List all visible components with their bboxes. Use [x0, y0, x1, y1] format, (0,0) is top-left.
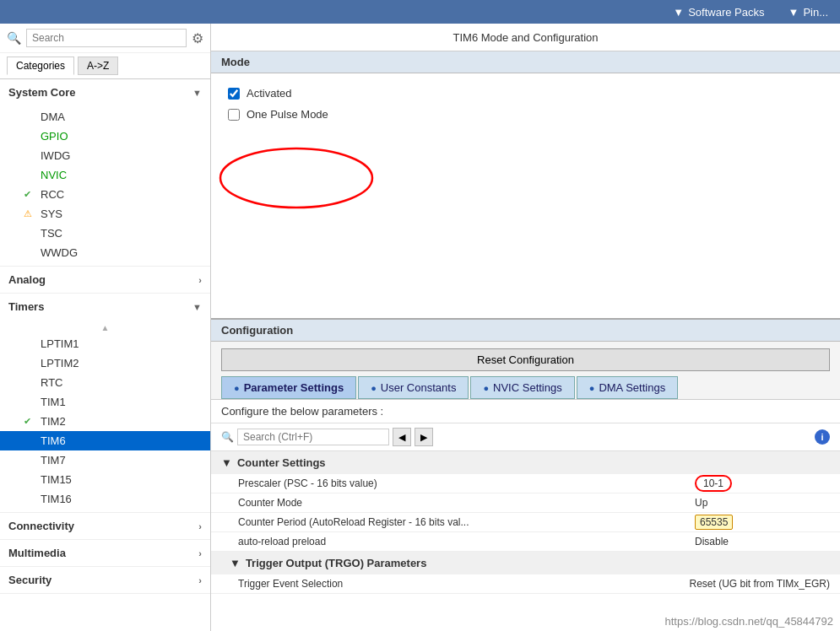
- chevron-right-icon: ›: [198, 521, 202, 531]
- pinout-btn[interactable]: ▼ Pin...: [777, 0, 841, 24]
- sidebar-item-gpio[interactable]: GPIO: [0, 127, 210, 146]
- one-pulse-row: One Pulse Mode: [228, 108, 823, 121]
- mode-section-label: Mode: [221, 56, 250, 68]
- section-security: Security ›: [0, 567, 210, 594]
- search-icon: 🔍: [7, 31, 21, 45]
- table-row: Counter Period (AutoReload Register - 16…: [211, 513, 840, 532]
- section-multimedia: Multimedia ›: [0, 540, 210, 567]
- sidebar-item-iwdg[interactable]: IWDG: [0, 146, 210, 165]
- table-row: auto-reload preload Disable: [211, 532, 840, 552]
- counter-settings-header: ▼ Counter Settings: [211, 451, 840, 474]
- watermark: https://blog.csdn.net/qq_45844792: [665, 615, 834, 628]
- one-pulse-label: One Pulse Mode: [247, 108, 328, 121]
- nav-prev-button[interactable]: ◀: [393, 428, 411, 446]
- sidebar-item-tim6[interactable]: TIM6: [0, 431, 210, 450]
- sidebar-item-dma[interactable]: DMA: [0, 107, 210, 127]
- chevron-down-icon: ▼: [673, 6, 684, 19]
- chevron-down-icon: ▼: [789, 6, 799, 19]
- section-analog-header[interactable]: Analog ›: [0, 267, 210, 293]
- annotation-oval: [216, 143, 377, 210]
- sidebar-item-tim7[interactable]: TIM7: [0, 450, 210, 470]
- chevron-down-icon: ▼: [230, 557, 241, 569]
- software-packs-btn[interactable]: ▼ Software Packs: [661, 0, 776, 24]
- sidebar-search-input[interactable]: [26, 29, 187, 47]
- section-timers-label: Timers: [8, 300, 44, 313]
- section-connectivity: Connectivity ›: [0, 513, 210, 540]
- chevron-down-icon: ▼: [221, 456, 232, 469]
- gear-icon[interactable]: ⚙: [192, 30, 203, 46]
- sidebar-item-tim2[interactable]: ✔ TIM2: [0, 412, 210, 431]
- prescaler-value: 10-1: [695, 475, 732, 492]
- tab-dma-settings[interactable]: ● DMA Settings: [577, 376, 678, 399]
- sidebar-item-rtc[interactable]: RTC: [0, 373, 210, 392]
- activated-label: Activated: [247, 87, 291, 100]
- system-core-items: DMA GPIO IWDG NVIC ✔ RCC: [0, 105, 210, 266]
- sidebar-item-tim15[interactable]: TIM15: [0, 470, 210, 489]
- sidebar-tabs: Categories A->Z: [0, 53, 210, 79]
- reset-configuration-button[interactable]: Reset Configuration: [221, 348, 830, 371]
- config-tabs: ● Parameter Settings ● User Constants ● …: [211, 376, 840, 400]
- config-section-header: Configuration: [211, 320, 840, 342]
- trigger-label: Trigger Output (TRGO) Parameters: [246, 557, 427, 569]
- section-security-header[interactable]: Security ›: [0, 567, 210, 593]
- software-packs-label: Software Packs: [688, 6, 764, 19]
- timers-items: ▲ LPTIM1 LPTIM2 RTC TIM1: [0, 320, 210, 512]
- main-content: TIM6 Mode and Configuration Mode Activat…: [211, 24, 840, 631]
- top-bar: ▼ Software Packs ▼ Pin...: [0, 0, 840, 24]
- sidebar-item-lptim1[interactable]: LPTIM1: [0, 334, 210, 353]
- sidebar-search-row: 🔍 ⚙: [0, 24, 210, 53]
- param-search-input[interactable]: [237, 429, 389, 445]
- activated-row: Activated: [228, 87, 823, 100]
- chevron-right-icon: ›: [198, 275, 202, 285]
- section-analog-label: Analog: [8, 273, 46, 286]
- main-layout: 🔍 ⚙ Categories A->Z System Core ▼ DMA GP…: [0, 24, 840, 631]
- tab-parameter-settings[interactable]: ● Parameter Settings: [221, 376, 356, 399]
- tab-atoz[interactable]: A->Z: [78, 57, 118, 75]
- config-section: Configuration Reset Configuration ● Para…: [211, 320, 840, 631]
- sidebar-item-rcc[interactable]: ✔ RCC: [0, 185, 210, 204]
- info-button[interactable]: i: [815, 429, 830, 445]
- nav-next-button[interactable]: ▶: [415, 428, 433, 446]
- check-icon: ✔: [24, 416, 35, 427]
- tab-user-constants[interactable]: ● User Constants: [358, 376, 469, 399]
- sidebar-item-wwdg[interactable]: WWDG: [0, 243, 210, 262]
- sidebar-item-tim16[interactable]: TIM16: [0, 489, 210, 509]
- chevron-down-icon: ▼: [192, 302, 202, 312]
- section-timers-header[interactable]: Timers ▼: [0, 294, 210, 320]
- section-timers: Timers ▼ ▲ LPTIM1 LPTIM2 RTC: [0, 294, 210, 513]
- sidebar-item-lptim2[interactable]: LPTIM2: [0, 353, 210, 373]
- tab-nvic-settings[interactable]: ● NVIC Settings: [470, 376, 574, 399]
- chevron-right-icon: ›: [198, 548, 202, 558]
- sidebar-item-tim1[interactable]: TIM1: [0, 392, 210, 412]
- counter-settings-label: Counter Settings: [237, 456, 326, 469]
- sidebar-item-sys[interactable]: ⚠ SYS: [0, 204, 210, 224]
- section-connectivity-label: Connectivity: [8, 520, 74, 532]
- params-table: ▼ Counter Settings Prescaler (PSC - 16 b…: [211, 451, 840, 631]
- configure-label: Configure the below parameters :: [211, 400, 840, 423]
- pinout-label: Pin...: [803, 6, 828, 19]
- table-row: Trigger Event Selection Reset (UG bit fr…: [211, 574, 840, 594]
- search-icon: 🔍: [221, 431, 234, 443]
- section-security-label: Security: [8, 574, 51, 586]
- mode-section: Mode Activated One Pulse Mode: [211, 51, 840, 320]
- svg-point-0: [220, 148, 372, 208]
- section-connectivity-header[interactable]: Connectivity ›: [0, 513, 210, 539]
- mode-body: Activated One Pulse Mode: [211, 73, 840, 318]
- table-row: Counter Mode Up: [211, 493, 840, 513]
- config-section-label: Configuration: [221, 324, 293, 337]
- circle-icon: ●: [483, 383, 489, 393]
- sidebar-item-tsc[interactable]: TSC: [0, 224, 210, 243]
- chevron-right-icon: ›: [198, 575, 202, 585]
- tab-categories[interactable]: Categories: [7, 57, 74, 75]
- check-icon: ✔: [24, 189, 35, 200]
- section-system-core: System Core ▼ DMA GPIO IWDG NVI: [0, 79, 210, 267]
- section-multimedia-header[interactable]: Multimedia ›: [0, 540, 210, 566]
- param-search-row: 🔍 ◀ ▶ i: [211, 423, 840, 451]
- circle-icon: ●: [371, 383, 377, 393]
- one-pulse-checkbox[interactable]: [228, 109, 240, 121]
- section-system-core-header[interactable]: System Core ▼: [0, 79, 210, 105]
- activated-checkbox[interactable]: [228, 88, 240, 100]
- sidebar-item-nvic[interactable]: NVIC: [0, 165, 210, 185]
- section-multimedia-label: Multimedia: [8, 547, 66, 559]
- content-title-bar: TIM6 Mode and Configuration: [211, 24, 840, 51]
